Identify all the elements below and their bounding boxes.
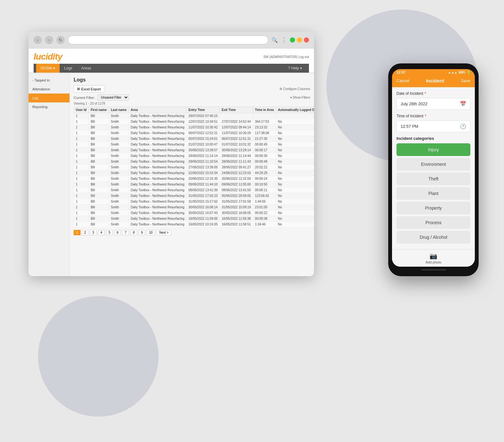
table-row[interactable]: 1BillSmithDaily Toolbox - Northwest Resu… xyxy=(74,165,314,170)
configure-columns-button[interactable]: ⚙ Configure Columns xyxy=(279,87,310,91)
table-row[interactable]: 1BillSmithDaily Toolbox - Northwest Resu… xyxy=(74,182,314,187)
nav-logs[interactable]: Logs xyxy=(60,64,77,73)
table-row[interactable]: 1BillSmithDaily Toolbox - Northwest Resu… xyxy=(74,216,314,222)
table-row[interactable]: 1BillSmithDaily Toolbox - Northwest Resu… xyxy=(74,176,314,182)
col-timeinarea: Time in Area xyxy=(253,107,276,113)
category-drug-alcohol[interactable]: Drug / Alcohol xyxy=(396,231,470,244)
category-property[interactable]: Property xyxy=(396,202,470,214)
category-plant[interactable]: Plant xyxy=(396,187,470,200)
filter-select[interactable]: Unsaved Filter xyxy=(97,94,129,101)
save-button[interactable]: Save xyxy=(461,78,470,83)
table-cell: Smith xyxy=(109,136,128,142)
sidebar-item-attendance[interactable]: Attendance xyxy=(29,85,69,94)
table-cell: 00:00:11 xyxy=(253,187,276,193)
viewing-text: Viewing 1 - 20 of 1178 xyxy=(74,102,310,105)
page-3-button[interactable]: 3 xyxy=(90,230,97,235)
page-6-button[interactable]: 6 xyxy=(114,230,121,235)
category-theft[interactable]: Theft xyxy=(396,172,470,185)
page-1-button[interactable]: 1 xyxy=(74,230,81,235)
page-2-button[interactable]: 2 xyxy=(82,230,89,235)
table-row[interactable]: 1BillSmithDaily Toolbox - Northwest Resu… xyxy=(74,113,314,119)
table-cell: No xyxy=(276,125,314,130)
table-row[interactable]: 1BillSmithDaily Toolbox - Northwest Resu… xyxy=(74,222,314,227)
date-label: Date of Incident * xyxy=(396,91,470,96)
nav-areas[interactable]: Areas xyxy=(77,64,95,73)
table-cell: Bill xyxy=(88,170,109,176)
sidebar-item-reporting[interactable]: Reporting xyxy=(29,102,69,111)
table-cell: Bill xyxy=(88,210,109,216)
show-filters-button[interactable]: ▾ Show Filters xyxy=(290,96,310,99)
forward-button[interactable]: › xyxy=(45,36,53,44)
time-input[interactable]: 12:57 PM 🕐 xyxy=(396,120,470,132)
background-circle-bottom xyxy=(38,296,159,417)
table-cell: Bill xyxy=(88,199,109,205)
table-cell: 16/05/2022 11:58:51 xyxy=(220,222,253,227)
table-cell: Smith xyxy=(109,130,128,136)
search-icon: 🔍 xyxy=(272,37,278,43)
refresh-button[interactable]: ↻ xyxy=(56,36,65,44)
table-cell: 31/05/2022 17:02:23 xyxy=(187,193,220,199)
time-required-star: * xyxy=(425,114,426,119)
table-cell: 00:00:24 xyxy=(253,176,276,182)
categories-label: Incident categories xyxy=(396,136,470,141)
nav-bar: OnSite ▾ Logs Areas ? Help ▾ xyxy=(34,64,309,73)
table-cell: Daily Toolbox - Northwest Resurfacing xyxy=(128,119,186,125)
address-bar[interactable] xyxy=(68,36,268,44)
table-cell: No xyxy=(276,176,314,182)
page-5-button[interactable]: 5 xyxy=(106,230,113,235)
table-row[interactable]: 1BillSmithDaily Toolbox - Northwest Resu… xyxy=(74,119,314,125)
table-cell: Daily Toolbox - Northwest Resurfacing xyxy=(128,147,186,153)
table-row[interactable]: 1BillSmithDaily Toolbox - Northwest Resu… xyxy=(74,136,314,142)
table-row[interactable]: 1BillSmithDaily Toolbox - Northwest Resu… xyxy=(74,125,314,130)
table-cell: Smith xyxy=(109,199,128,205)
table-cell: No xyxy=(276,153,314,159)
page-7-button[interactable]: 7 xyxy=(122,230,129,235)
table-cell: Bill xyxy=(88,130,109,136)
table-cell: 00:10:50 xyxy=(253,182,276,187)
table-row[interactable]: 1BillSmithDaily Toolbox - Northwest Resu… xyxy=(74,210,314,216)
table-cell: 1 xyxy=(74,136,89,142)
nav-help[interactable]: ? Help ▾ xyxy=(284,64,306,73)
category-process[interactable]: Process xyxy=(396,216,470,229)
table-cell: 28/06/2022 09:41:27 xyxy=(220,165,253,170)
table-row[interactable]: 1BillSmithDaily Toolbox - Northwest Resu… xyxy=(74,147,314,153)
table-row[interactable]: 1BillSmithDaily Toolbox - Northwest Resu… xyxy=(74,142,314,147)
table-cell: Bill xyxy=(88,119,109,125)
table-cell: Daily Toolbox - Northwest Resurfacing xyxy=(128,176,186,182)
category-environment[interactable]: Environment xyxy=(396,158,470,171)
page-10-button[interactable]: 10 xyxy=(147,230,155,235)
date-input[interactable]: July 28th 2022 📅 xyxy=(396,98,470,110)
table-row[interactable]: 1BillSmithDaily Toolbox - Northwest Resu… xyxy=(74,193,314,199)
table-row[interactable]: 1BillSmithDaily Toolbox - Northwest Resu… xyxy=(74,159,314,165)
table-cell: 28/06/2022 11:14:44 xyxy=(220,153,253,159)
cancel-button[interactable]: Cancel xyxy=(396,78,409,83)
table-cell: Bill xyxy=(88,113,109,119)
page-8-button[interactable]: 8 xyxy=(130,230,137,235)
table-cell: Smith xyxy=(109,113,128,119)
table-cell: No xyxy=(276,222,314,227)
sidebar-item-tappedin[interactable]: - Tapped In xyxy=(29,76,69,85)
table-row[interactable]: 1BillSmithDaily Toolbox - Northwest Resu… xyxy=(74,170,314,176)
table-cell: Daily Toolbox - Northwest Resurfacing xyxy=(128,216,186,222)
nav-onsite[interactable]: OnSite ▾ xyxy=(36,64,60,73)
table-row[interactable]: 1BillSmithDaily Toolbox - Northwest Resu… xyxy=(74,130,314,136)
page-4-button[interactable]: 4 xyxy=(98,230,105,235)
table-row[interactable]: 1BillSmithDaily Toolbox - Northwest Resu… xyxy=(74,187,314,193)
category-injury[interactable]: Injury xyxy=(396,143,470,156)
table-row[interactable]: 1BillSmithDaily Toolbox - Northwest Resu… xyxy=(74,205,314,210)
excel-export-button[interactable]: ⊞ Excel Export xyxy=(74,85,104,93)
next-page-button[interactable]: Next > xyxy=(156,230,171,235)
table-cell: 12/07/2022 10:34:51 xyxy=(187,119,220,125)
table-cell: 31/05/2022 15:17:62 xyxy=(187,199,220,205)
table-cell: 1 xyxy=(74,130,89,136)
back-button[interactable]: ‹ xyxy=(34,36,42,44)
page-9-button[interactable]: 9 xyxy=(139,230,146,235)
table-row[interactable]: 1BillSmithDaily Toolbox - Northwest Resu… xyxy=(74,153,314,159)
table-cell: No xyxy=(276,136,314,142)
menu-dots[interactable]: ⋮ xyxy=(281,36,287,43)
table-cell: 31/05/2022 17:01:58 xyxy=(220,199,253,205)
table-header-row: User Id First name Last name Area Entry … xyxy=(74,107,314,113)
sidebar-item-log[interactable]: Log xyxy=(29,94,69,102)
add-photo-label: Add photo xyxy=(425,260,441,264)
table-row[interactable]: 1BillSmithDaily Toolbox - Northwest Resu… xyxy=(74,199,314,205)
